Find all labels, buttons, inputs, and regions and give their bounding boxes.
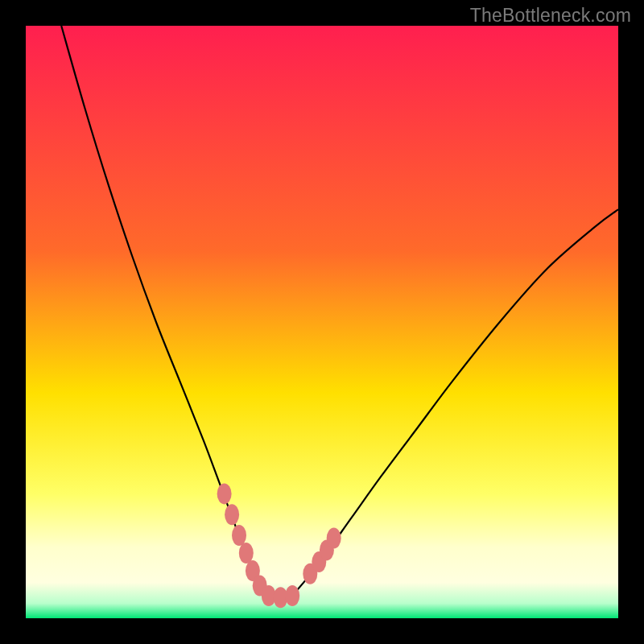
curve-marker — [327, 528, 341, 549]
curve-marker — [285, 585, 299, 606]
curve-marker — [239, 543, 254, 564]
chart-frame: TheBottleneck.com — [0, 0, 644, 644]
bottleneck-curve — [26, 26, 618, 618]
curve-marker — [225, 504, 239, 525]
curve-marker — [232, 525, 246, 546]
plot-area — [26, 26, 618, 618]
watermark-text: TheBottleneck.com — [470, 5, 631, 27]
curve-marker — [217, 483, 232, 504]
